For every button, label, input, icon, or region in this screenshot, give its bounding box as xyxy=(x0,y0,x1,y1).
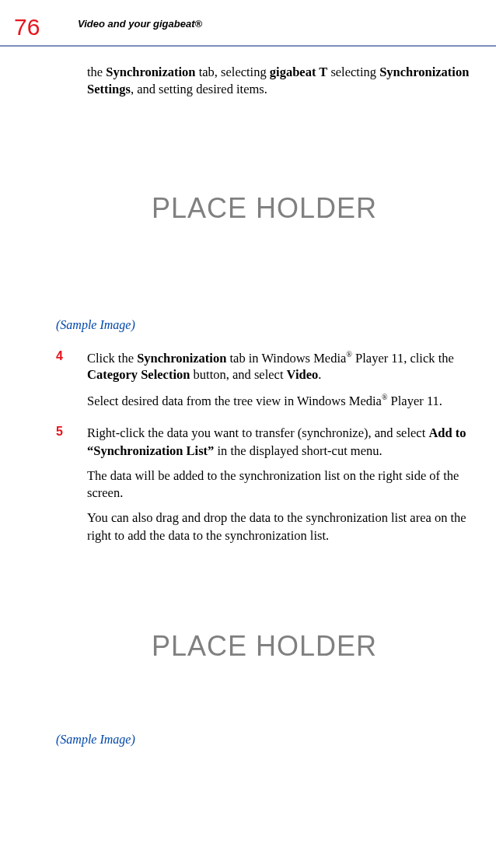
step-number-4: 4 xyxy=(56,349,87,418)
intro-paragraph: the Synchronization tab, selecting gigab… xyxy=(87,64,473,99)
text-bold: Category Selection xyxy=(87,367,190,382)
text-fragment: Player 11, click the xyxy=(352,350,454,365)
step-number-5: 5 xyxy=(56,425,87,552)
text-bold: Video xyxy=(287,367,319,382)
text-fragment: , and setting desired items. xyxy=(131,82,267,96)
step-5-para-1: Right-click the data you want to transfe… xyxy=(87,425,473,460)
sample-image-caption-2: (Sample Image) xyxy=(56,733,473,747)
text-bold: Synchronization xyxy=(106,65,195,79)
header-title: Video and your gigabeat® xyxy=(78,14,202,30)
text-fragment: in the displayed short-cut menu. xyxy=(214,443,382,458)
text-fragment: . xyxy=(318,367,321,382)
text-fragment: selecting xyxy=(327,65,379,79)
step-4-para-2: Select desired data from the tree view i… xyxy=(87,392,473,410)
placeholder-image-1: PLACE HOLDER xyxy=(56,192,473,225)
text-fragment: Select desired data from the tree view i… xyxy=(87,393,382,408)
text-bold: Synchronization xyxy=(137,350,226,365)
content-area: the Synchronization tab, selecting gigab… xyxy=(0,47,496,747)
page-number: 76 xyxy=(0,14,78,40)
step-5: 5 Right-click the data you want to trans… xyxy=(87,425,473,552)
placeholder-image-2: PLACE HOLDER xyxy=(56,630,473,663)
step-5-para-3: You can also drag and drop the data to t… xyxy=(87,509,473,544)
page-header: 76 Video and your gigabeat® xyxy=(0,0,496,40)
superscript: ® xyxy=(346,350,352,359)
step-5-para-2: The data will be added to the synchroniz… xyxy=(87,467,473,502)
step-4: 4 Click the Synchronization tab in Windo… xyxy=(87,349,473,418)
step-5-body: Right-click the data you want to transfe… xyxy=(87,425,473,552)
text-bold: gigabeat T xyxy=(270,65,327,79)
text-fragment: Player 11. xyxy=(387,393,442,408)
text-fragment: Click the xyxy=(87,350,137,365)
text-fragment: tab in Windows Media xyxy=(226,350,346,365)
text-fragment: button, and select xyxy=(190,367,286,382)
step-4-para-1: Click the Synchronization tab in Windows… xyxy=(87,349,473,384)
text-fragment: the xyxy=(87,65,106,79)
sample-image-caption-1: (Sample Image) xyxy=(56,318,473,332)
text-fragment: Right-click the data you want to transfe… xyxy=(87,425,428,440)
step-4-body: Click the Synchronization tab in Windows… xyxy=(87,349,473,418)
text-fragment: tab, selecting xyxy=(196,65,270,79)
